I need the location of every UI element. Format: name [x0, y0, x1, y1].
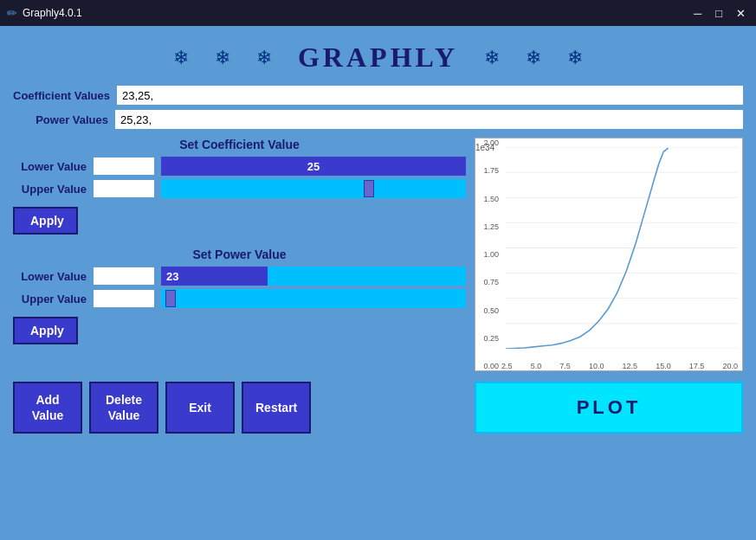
power-upper-row: Upper Value: [13, 289, 466, 308]
power-upper-input[interactable]: [94, 290, 154, 307]
chart-container: 1e34 2.00 1.75 1.50 1.25 1.00 0.75 0.50 …: [475, 138, 743, 371]
power-lower-slider-wrap: 23: [161, 267, 466, 286]
xtick-4: 10.0: [589, 362, 604, 370]
power-lower-row: Lower Value 23: [13, 267, 466, 286]
power-label: Power Values: [13, 113, 108, 126]
coeff-upper-slider[interactable]: [161, 179, 466, 198]
restart-button[interactable]: Restart: [242, 382, 311, 434]
power-row: Power Values: [13, 110, 743, 129]
bottom-bar: Add Value Delete Value Exit Restart PLOT: [13, 382, 743, 434]
xtick-3: 7.5: [559, 362, 571, 370]
coeff-upper-row: Upper Value: [13, 179, 466, 198]
snowflake-6: ❄: [567, 47, 583, 69]
titlebar-controls: ─ □ ✕: [690, 7, 749, 20]
left-column: Set Coefficient Value Lower Value 25 Upp…: [13, 138, 466, 371]
coeff-lower-slider-container: 25: [161, 157, 466, 176]
coeff-lower-label: Lower Value: [13, 160, 87, 173]
app-title: Graphly4.0.1: [23, 7, 82, 19]
snowflake-5: ❄: [526, 47, 541, 69]
snowflake-3: ❄: [256, 47, 272, 69]
power-lower-slider[interactable]: [268, 267, 466, 286]
xtick-1: 2.5: [501, 362, 513, 370]
power-panel: Set Power Value Lower Value 23 Upper Val…: [13, 248, 466, 344]
coeff-upper-label: Upper Value: [13, 183, 87, 196]
snowflake-2: ❄: [215, 47, 230, 69]
xtick-2: 5.0: [531, 362, 542, 370]
power-upper-thumb[interactable]: [165, 290, 176, 307]
coefficient-row: Coefficient Values: [13, 86, 743, 105]
ytick-6: 1.50: [475, 195, 499, 203]
minimize-button[interactable]: ─: [690, 7, 705, 20]
power-upper-slider-wrap: [161, 289, 466, 308]
power-lower-label: Lower Value: [13, 270, 87, 283]
ytick-1: 0.25: [475, 334, 499, 343]
coeff-lower-input[interactable]: [94, 158, 154, 175]
chart-xticks: 2.5 5.0 7.5 10.0 12.5 15.0 17.5 20.0: [501, 362, 738, 370]
snowflake-4: ❄: [484, 47, 500, 69]
ytick-7: 1.75: [475, 166, 499, 175]
app-title-header: GRAPHLY: [298, 42, 458, 74]
power-apply-button[interactable]: Apply: [13, 317, 78, 344]
exit-button[interactable]: Exit: [165, 382, 235, 434]
ytick-0: 0.00: [475, 362, 499, 370]
add-value-button[interactable]: Add Value: [13, 382, 82, 434]
right-column: 1e34 2.00 1.75 1.50 1.25 1.00 0.75 0.50 …: [475, 138, 743, 371]
coeff-upper-slider-container: [161, 179, 466, 198]
chart-yticks: 2.00 1.75 1.50 1.25 1.00 0.75 0.50 0.25 …: [475, 138, 501, 370]
app-header: ❄ ❄ ❄ GRAPHLY ❄ ❄ ❄: [13, 35, 743, 86]
power-lower-input[interactable]: [94, 267, 154, 285]
two-col-layout: Set Coefficient Value Lower Value 25 Upp…: [13, 138, 743, 371]
xtick-8: 20.0: [722, 362, 738, 370]
xtick-6: 15.0: [656, 362, 671, 370]
ytick-2: 0.50: [475, 306, 499, 315]
power-upper-label: Upper Value: [13, 292, 87, 305]
power-slider-value[interactable]: 23: [161, 267, 268, 286]
coefficient-input[interactable]: [117, 86, 743, 105]
coeff-lower-row: Lower Value 25: [13, 157, 466, 176]
ytick-8: 2.00: [475, 138, 499, 147]
titlebar-left: ✏ Graphly4.0.1: [7, 6, 82, 20]
coefficient-label: Coefficient Values: [13, 89, 110, 102]
coeff-upper-input[interactable]: [94, 180, 154, 197]
ytick-4: 1.00: [475, 250, 499, 259]
xtick-5: 12.5: [623, 362, 638, 370]
main-content: ❄ ❄ ❄ GRAPHLY ❄ ❄ ❄ Coefficient Values P…: [0, 26, 756, 540]
titlebar: ✏ Graphly4.0.1 ─ □ ✕: [0, 0, 756, 26]
maximize-button[interactable]: □: [712, 7, 726, 20]
coeff-apply-button[interactable]: Apply: [13, 207, 78, 235]
ytick-5: 1.25: [475, 222, 499, 231]
power-upper-slider[interactable]: [161, 289, 466, 308]
coefficient-panel-title: Set Coefficient Value: [13, 138, 466, 151]
bottom-left-buttons: Add Value Delete Value Exit Restart: [13, 382, 475, 434]
ytick-3: 0.75: [475, 278, 499, 286]
coeff-upper-thumb[interactable]: [364, 180, 374, 197]
plot-button[interactable]: PLOT: [475, 382, 743, 434]
coeff-slider-value[interactable]: 25: [161, 157, 466, 176]
snowflake-1: ❄: [173, 47, 189, 69]
chart-curve: [506, 148, 669, 349]
xtick-7: 17.5: [689, 362, 705, 370]
delete-value-button[interactable]: Delete Value: [89, 382, 158, 434]
close-button[interactable]: ✕: [733, 7, 749, 20]
power-panel-title: Set Power Value: [13, 248, 466, 261]
power-input[interactable]: [115, 110, 743, 129]
app-icon: ✏: [7, 6, 17, 20]
chart-svg: [506, 147, 738, 349]
coefficient-panel: Set Coefficient Value Lower Value 25 Upp…: [13, 138, 466, 235]
